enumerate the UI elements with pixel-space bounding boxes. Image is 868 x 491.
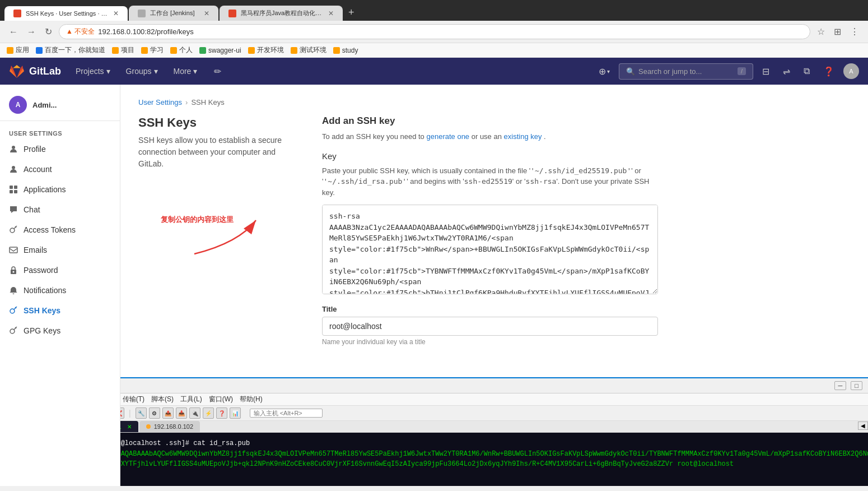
chat-icon: [9, 205, 18, 214]
bookmark-study2[interactable]: study: [333, 47, 358, 54]
terminal-menubar: 文件(F) 编辑(E) 查看(V) 选项(O) 传输(T) 脚本(S) 工具(L…: [120, 393, 868, 406]
title-input[interactable]: [322, 317, 658, 336]
tab-close-3[interactable]: ✕: [328, 10, 334, 17]
tool-btn-13[interactable]: 📥: [176, 407, 187, 419]
tool-btn-17[interactable]: 📊: [230, 407, 241, 419]
security-warning: ▲ 不安全: [66, 27, 95, 36]
sidebar-item-password[interactable]: Password: [0, 260, 120, 280]
menu-transfer[interactable]: 传输(T): [123, 395, 144, 404]
bookmark-study[interactable]: 学习: [141, 45, 164, 55]
right-column: Add an SSH key To add an SSH key you nee…: [322, 115, 658, 355]
plus-icon: ⊕: [599, 66, 606, 77]
forward-button[interactable]: →: [25, 26, 38, 38]
bookmark-personal[interactable]: 个人: [170, 45, 193, 55]
main-layout: A Admi... User Settings Profile Account …: [0, 85, 868, 486]
address-bar[interactable]: ▲ 不安全 192.168.0.100:82/profile/keys: [59, 24, 810, 39]
gpg-keys-icon: [9, 326, 18, 335]
ssh-keys-icon: [9, 306, 18, 315]
tool-btn-10[interactable]: 🔧: [136, 407, 147, 419]
nav-help-btn[interactable]: ❓: [819, 58, 839, 85]
terminal-tab-2[interactable]: 192.168.0.101 ✕: [120, 421, 138, 432]
sidebar-item-chat[interactable]: Chat: [0, 200, 120, 220]
sidebar-item-profile[interactable]: Profile: [0, 139, 120, 159]
user-avatar[interactable]: A: [843, 63, 859, 79]
sidebar-item-account[interactable]: Account: [0, 159, 120, 179]
nav-more[interactable]: More ▾: [168, 58, 203, 85]
gitlab-logo-text: GitLab: [29, 66, 61, 77]
existing-key-link[interactable]: existing key: [504, 132, 542, 141]
nav-projects[interactable]: Projects ▾: [70, 58, 116, 85]
new-tab-button[interactable]: +: [344, 4, 359, 21]
terminal-title: 192.168.0.101 - SecureCRT: [120, 382, 830, 390]
tool-btn-14[interactable]: 🔌: [189, 407, 200, 419]
nav-external-btn[interactable]: ⧉: [799, 58, 814, 85]
tab-scroll-area: ◀ ▶: [858, 421, 868, 432]
menu-tools[interactable]: 工具(L): [180, 395, 202, 404]
sidebar-item-gpg-keys[interactable]: GPG Keys: [0, 321, 120, 341]
tool-btn-12[interactable]: 📤: [162, 407, 174, 419]
nav-plus-btn[interactable]: ⊕ ▾: [594, 58, 614, 85]
content-area: User Settings › SSH Keys SSH Keys SSH ke…: [120, 85, 868, 486]
sidebar-item-notifications[interactable]: Notifications: [0, 280, 120, 300]
nav-groups[interactable]: Groups ▾: [120, 58, 164, 85]
sidebar-item-emails[interactable]: Emails: [0, 240, 120, 260]
refresh-button[interactable]: ↻: [43, 25, 54, 38]
nav-search[interactable]: 🔍 Search or jump to... /: [619, 63, 753, 80]
svg-rect-3: [14, 186, 17, 189]
bookmark-icon: [7, 47, 13, 54]
page-title: SSH Keys: [138, 115, 295, 130]
back-button[interactable]: ←: [7, 26, 20, 38]
terminal-maximize-btn[interactable]: □: [851, 381, 862, 390]
bookmark-swagger[interactable]: swagger-ui: [199, 47, 241, 54]
extensions-button[interactable]: ⊞: [832, 25, 843, 38]
key-textarea[interactable]: ssh-rsa AAAAB3NzaC1yc2EAAAADAQABAAAbAQCw…: [322, 205, 658, 294]
terminal-tab-3[interactable]: 192.168.0.102: [139, 421, 200, 432]
menu-help[interactable]: 帮助(H): [240, 395, 263, 404]
tool-btn-16[interactable]: ❓: [216, 407, 227, 419]
bookmark-testenv[interactable]: 测试环境: [291, 45, 326, 55]
title-label: Title: [322, 305, 658, 313]
sidebar: A Admi... User Settings Profile Account …: [0, 85, 120, 486]
nav-pencil-btn[interactable]: ✏: [209, 58, 226, 85]
account-icon: [9, 165, 18, 174]
browser-tab-1[interactable]: SSH Keys · User Settings · Gitl... ✕: [4, 6, 128, 21]
title-form-group: Title Name your individual key via a tit…: [322, 305, 658, 346]
bookmark-icon: [248, 47, 255, 54]
tab-title-2: 工作台 [Jenkins]: [150, 9, 199, 17]
menu-window[interactable]: 窗口(W): [209, 395, 233, 404]
tool-btn-11[interactable]: ⚙: [149, 407, 160, 419]
svg-rect-4: [10, 190, 13, 193]
tab-scroll-left[interactable]: ◀: [858, 421, 868, 430]
breadcrumb-parent[interactable]: User Settings: [138, 98, 182, 106]
sidebar-user: A Admi...: [0, 89, 120, 121]
sidebar-item-applications[interactable]: Applications: [0, 179, 120, 200]
nav-columns-btn[interactable]: ⊟: [758, 58, 774, 85]
browser-tab-3[interactable]: 黑马程序员Java教程自动化部署... ✕: [220, 6, 343, 21]
tool-btn-15[interactable]: ⚡: [203, 407, 214, 419]
bookmark-devenv[interactable]: 开发环境: [248, 45, 284, 55]
bookmark-apps[interactable]: 应用: [7, 45, 29, 55]
terminal-minimize-btn[interactable]: ─: [834, 381, 847, 390]
search-shortcut: /: [738, 67, 746, 75]
address-url: 192.168.0.100:82/profile/keys: [98, 27, 194, 36]
tool-btn-9[interactable]: ❌: [120, 407, 124, 419]
tab-close-1[interactable]: ✕: [113, 10, 119, 17]
generate-link[interactable]: generate one: [426, 132, 469, 141]
bookmark-baidu[interactable]: 百度一下，你就知道: [36, 45, 105, 55]
bookmark-project[interactable]: 项目: [112, 45, 134, 55]
browser-tab-2[interactable]: 工作台 [Jenkins] ✕: [129, 6, 218, 21]
menu-button[interactable]: ⋮: [848, 25, 861, 38]
sidebar-item-access-tokens[interactable]: Access Tokens: [0, 220, 120, 240]
two-col-layout: SSH Keys SSH keys allow you to establish…: [138, 115, 850, 355]
tab-close-2[interactable]: ✕: [204, 10, 209, 17]
key-form-group: Key Paste your public SSH key, which is …: [322, 151, 658, 297]
sidebar-username: Admi...: [32, 101, 57, 109]
nav-merge-btn[interactable]: ⇌: [778, 58, 795, 85]
bookmark-button[interactable]: ☆: [815, 25, 827, 38]
sidebar-item-ssh-keys[interactable]: SSH Keys: [0, 300, 120, 321]
menu-script[interactable]: 脚本(S): [151, 395, 174, 404]
terminal-tab-close-icon[interactable]: ✕: [127, 424, 132, 430]
svg-rect-7: [10, 247, 17, 253]
host-input[interactable]: [250, 409, 323, 418]
gitlab-logo[interactable]: GitLab: [9, 63, 61, 79]
